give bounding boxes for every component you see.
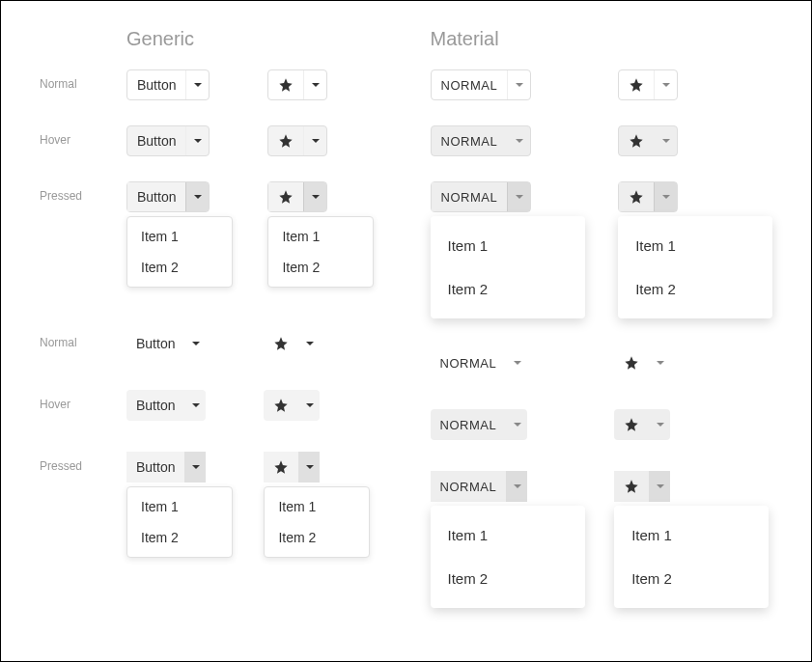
material-icon-dropdown-borderless-hover[interactable] — [614, 409, 670, 440]
menu-item[interactable]: Item 2 — [431, 557, 585, 600]
menu-item[interactable]: Item 2 — [614, 557, 769, 600]
material-text-dropdown-borderless-pressed[interactable]: Normal — [431, 471, 528, 502]
material-title: Material — [431, 28, 773, 50]
chevron-down-icon — [194, 139, 202, 143]
material-text-dropdown-normal[interactable]: Normal — [431, 69, 532, 100]
material-text-dropdown-hover[interactable]: Normal — [431, 125, 532, 156]
chevron-down-icon — [306, 403, 314, 407]
dropdown-toggle[interactable] — [298, 390, 320, 421]
menu-item[interactable]: Item 2 — [127, 522, 232, 553]
dropdown-toggle[interactable] — [654, 126, 677, 155]
chevron-down-icon — [662, 195, 670, 199]
dropdown-toggle[interactable] — [649, 409, 670, 440]
button-label: Button — [136, 459, 175, 475]
dropdown-toggle[interactable] — [506, 409, 527, 440]
generic-text-dropdown-borderless-hover[interactable]: Button — [126, 390, 206, 421]
star-icon — [624, 417, 639, 432]
button-label: Normal — [440, 356, 497, 371]
chevron-down-icon — [662, 83, 670, 87]
state-label-hover: Hover — [40, 390, 126, 411]
star-icon — [273, 336, 289, 351]
dropdown-menu: Item 1 Item 2 — [126, 216, 233, 288]
chevron-down-icon — [194, 195, 202, 199]
star-icon — [629, 189, 644, 205]
material-icon-dropdown-borderless-normal[interactable] — [614, 347, 670, 378]
dropdown-toggle[interactable] — [506, 347, 527, 378]
menu-item[interactable]: Item 2 — [265, 522, 369, 553]
button-label: Button — [136, 336, 175, 351]
generic-text-dropdown-hover[interactable]: Button — [126, 125, 210, 156]
menu-item[interactable]: Item 1 — [127, 491, 232, 522]
dropdown-toggle[interactable] — [654, 70, 677, 99]
generic-icon-dropdown-borderless-hover[interactable] — [264, 390, 320, 421]
chevron-down-icon — [192, 403, 200, 407]
generic-text-dropdown-borderless-normal[interactable]: Button — [126, 328, 206, 359]
star-icon — [629, 133, 644, 149]
material-text-dropdown-pressed[interactable]: Normal — [431, 181, 532, 212]
dropdown-toggle[interactable] — [185, 182, 209, 211]
menu-item[interactable]: Item 1 — [614, 513, 769, 557]
generic-icon-dropdown-borderless-pressed[interactable] — [264, 452, 320, 483]
menu-item[interactable]: Item 1 — [265, 491, 369, 522]
chevron-down-icon — [514, 484, 521, 488]
chevron-down-icon — [192, 342, 200, 345]
dropdown-toggle[interactable] — [298, 328, 320, 359]
chevron-down-icon — [657, 361, 664, 365]
dropdown-menu: Item 1 Item 2 — [264, 486, 370, 558]
material-text-dropdown-borderless-normal[interactable]: Normal — [431, 347, 528, 378]
dropdown-toggle[interactable] — [507, 182, 530, 211]
generic-icon-dropdown-pressed[interactable] — [267, 181, 327, 212]
generic-icon-dropdown-normal[interactable] — [267, 69, 327, 100]
menu-item[interactable]: Item 1 — [127, 221, 232, 252]
generic-text-dropdown-pressed[interactable]: Button — [126, 181, 210, 212]
dropdown-toggle[interactable] — [303, 182, 326, 211]
material-icon-dropdown-normal[interactable] — [618, 69, 678, 100]
button-label: Normal — [441, 190, 498, 205]
generic-text-dropdown-normal[interactable]: Button — [126, 69, 210, 100]
menu-item[interactable]: Item 1 — [618, 224, 772, 267]
menu-item[interactable]: Item 2 — [431, 267, 585, 311]
dropdown-toggle[interactable] — [303, 126, 326, 155]
dropdown-toggle[interactable] — [654, 182, 677, 211]
dropdown-toggle[interactable] — [184, 328, 206, 359]
dropdown-toggle[interactable] — [185, 126, 209, 155]
material-icon-dropdown-pressed[interactable] — [618, 181, 678, 212]
star-icon — [624, 355, 639, 371]
material-text-dropdown-borderless-hover[interactable]: Normal — [431, 409, 528, 440]
button-label: Normal — [440, 418, 497, 432]
star-icon — [278, 133, 294, 149]
generic-icon-dropdown-borderless-normal[interactable] — [264, 328, 320, 359]
menu-item[interactable]: Item 1 — [268, 221, 373, 252]
star-icon — [624, 479, 639, 494]
state-label-normal: Normal — [40, 69, 126, 91]
dropdown-menu: Item 1 Item 2 — [431, 506, 585, 608]
menu-item[interactable]: Item 2 — [618, 267, 772, 311]
dropdown-toggle[interactable] — [649, 347, 670, 378]
dropdown-toggle[interactable] — [184, 452, 206, 483]
dropdown-toggle[interactable] — [506, 471, 527, 502]
material-icon-dropdown-hover[interactable] — [618, 125, 678, 156]
generic-title: Generic — [126, 28, 382, 50]
dropdown-toggle[interactable] — [507, 70, 530, 99]
menu-item[interactable]: Item 2 — [268, 252, 373, 283]
menu-item[interactable]: Item 1 — [431, 513, 585, 557]
chevron-down-icon — [192, 465, 200, 469]
dropdown-toggle[interactable] — [303, 70, 326, 99]
dropdown-toggle[interactable] — [507, 126, 530, 155]
button-label: Button — [137, 77, 176, 93]
menu-item[interactable]: Item 1 — [431, 224, 585, 267]
material-icon-dropdown-borderless-pressed[interactable] — [614, 471, 670, 502]
generic-text-dropdown-borderless-pressed[interactable]: Button — [126, 452, 206, 483]
button-label: Normal — [441, 78, 498, 93]
dropdown-toggle[interactable] — [298, 452, 320, 483]
dropdown-toggle[interactable] — [184, 390, 206, 421]
button-label: Normal — [441, 134, 498, 149]
chevron-down-icon — [312, 139, 320, 143]
generic-icon-dropdown-hover[interactable] — [267, 125, 327, 156]
button-label: Button — [137, 189, 176, 205]
menu-item[interactable]: Item 2 — [127, 252, 232, 283]
chevron-down-icon — [657, 423, 664, 427]
dropdown-toggle[interactable] — [649, 471, 670, 502]
state-label-hover: Hover — [40, 125, 126, 147]
dropdown-toggle[interactable] — [185, 70, 209, 99]
